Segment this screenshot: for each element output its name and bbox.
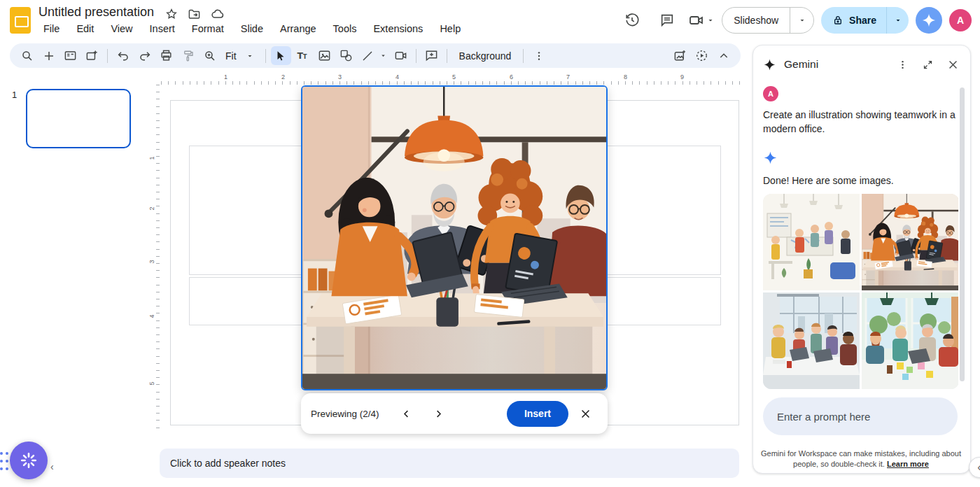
previous-image-button[interactable] xyxy=(395,402,419,425)
starburst-icon xyxy=(20,451,38,470)
svg-text:T: T xyxy=(303,53,307,60)
generated-image-3[interactable] xyxy=(763,292,860,389)
gemini-disclaimer: Gemini for Workspace can make mistakes, … xyxy=(759,449,963,470)
menu-insert[interactable]: Insert xyxy=(145,22,180,36)
gemini-response-spark-icon xyxy=(763,150,778,168)
insert-video-icon[interactable] xyxy=(391,46,411,65)
slideshow-label[interactable]: Slideshow xyxy=(722,8,790,33)
user-avatar: A xyxy=(763,86,778,101)
share-label: Share xyxy=(849,15,876,26)
lock-icon xyxy=(832,15,844,26)
user-prompt-text: Create an illustration showing teamwork … xyxy=(763,108,958,136)
slide-number: 1 xyxy=(12,90,17,100)
speaker-notes[interactable]: Click to add speaker notes xyxy=(160,449,739,478)
zoom-icon[interactable] xyxy=(200,46,220,65)
background-button[interactable]: Background xyxy=(452,48,519,64)
menu-tools[interactable]: Tools xyxy=(328,22,362,36)
menu-extensions[interactable]: Extensions xyxy=(368,22,428,36)
generated-images-grid xyxy=(763,194,959,389)
undo-icon[interactable] xyxy=(113,46,133,65)
app-window: Untitled presentation File Edit View Ins… xyxy=(0,0,980,487)
slides-app-icon[interactable] xyxy=(10,7,31,34)
panel-scrollbar[interactable] xyxy=(960,87,965,381)
zoom-level-select[interactable]: Fit xyxy=(221,50,239,62)
generate-image-icon[interactable] xyxy=(670,46,690,65)
insert-line-icon[interactable] xyxy=(358,46,378,65)
menu-edit[interactable]: Edit xyxy=(71,22,99,36)
panel-menu-icon[interactable] xyxy=(892,54,913,75)
expand-panel-icon[interactable] xyxy=(917,54,938,75)
redo-icon[interactable] xyxy=(134,46,155,65)
next-image-button[interactable] xyxy=(427,402,451,425)
gemini-response-text: Done! Here are some images. xyxy=(763,175,894,186)
menu-help[interactable]: Help xyxy=(435,22,465,36)
select-tool-icon[interactable] xyxy=(271,46,291,65)
close-panel-icon[interactable] xyxy=(942,54,963,75)
zoom-caret-icon[interactable] xyxy=(239,46,260,65)
menu-arrange[interactable]: Arrange xyxy=(275,22,321,36)
gemini-floating-button[interactable] xyxy=(10,442,48,479)
collapse-fab-chevron[interactable]: ‹ xyxy=(50,461,54,472)
preview-image[interactable] xyxy=(301,85,608,390)
layouts-icon[interactable] xyxy=(60,46,80,65)
import-slide-icon[interactable] xyxy=(82,46,102,65)
title-bar: Untitled presentation File Edit View Ins… xyxy=(0,0,980,41)
insert-image-icon[interactable] xyxy=(314,46,335,65)
prompt-input[interactable] xyxy=(763,397,958,435)
comments-icon[interactable] xyxy=(653,6,681,34)
add-comment-icon[interactable] xyxy=(421,46,442,65)
chevron-down-icon xyxy=(706,16,715,24)
print-icon[interactable] xyxy=(156,46,176,65)
menu-view[interactable]: View xyxy=(106,22,137,36)
generated-illustration xyxy=(302,87,606,389)
share-menu-caret[interactable] xyxy=(886,7,909,34)
menu-format[interactable]: Format xyxy=(187,22,229,36)
toolbar-overflow-icon[interactable] xyxy=(528,46,549,65)
preview-status: Previewing (2/4) xyxy=(311,409,379,419)
gemini-logo-icon xyxy=(763,58,776,71)
search-menus-icon[interactable] xyxy=(17,46,37,65)
preview-toolbar: Previewing (2/4) Insert xyxy=(301,393,608,434)
slide-thumbnail-1[interactable] xyxy=(26,89,131,148)
version-history-icon[interactable] xyxy=(618,6,646,34)
hide-menus-icon[interactable] xyxy=(713,46,734,65)
generated-image-2-selected[interactable] xyxy=(862,194,958,290)
menu-slide[interactable]: Slide xyxy=(236,22,268,36)
menu-file[interactable]: File xyxy=(38,22,64,36)
main-toolbar: Fit TT Background xyxy=(10,43,741,68)
insert-shape-icon[interactable] xyxy=(336,46,356,65)
generated-image-1[interactable] xyxy=(763,194,860,290)
motion-icon[interactable] xyxy=(692,46,712,65)
video-camera-icon xyxy=(688,12,705,29)
star-icon[interactable] xyxy=(165,8,178,23)
panel-title: Gemini xyxy=(784,58,818,71)
document-title[interactable]: Untitled presentation xyxy=(38,5,154,20)
new-slide-icon[interactable] xyxy=(38,46,59,65)
gemini-spark-button[interactable] xyxy=(916,7,942,34)
close-preview-icon[interactable] xyxy=(573,401,598,426)
text-box-icon[interactable]: TT xyxy=(293,46,313,65)
menu-bar: File Edit View Insert Format Slide Arran… xyxy=(38,22,465,36)
speaker-notes-placeholder: Click to add speaker notes xyxy=(170,458,286,469)
slideshow-button[interactable]: Slideshow xyxy=(722,7,814,34)
slideshow-menu-caret[interactable] xyxy=(790,8,813,33)
account-avatar[interactable]: A xyxy=(949,9,972,31)
learn-more-link[interactable]: Learn more xyxy=(887,460,929,468)
drag-handle-dots[interactable] xyxy=(0,452,10,470)
spark-icon xyxy=(921,13,937,28)
share-button[interactable]: Share xyxy=(821,7,909,34)
meet-button[interactable] xyxy=(688,12,715,29)
insert-button[interactable]: Insert xyxy=(507,401,568,427)
vertical-ruler: 1 2 3 4 5 xyxy=(149,85,160,430)
line-caret-icon[interactable] xyxy=(378,46,389,65)
horizontal-ruler: 1 2 3 4 5 6 7 8 9 xyxy=(161,75,740,85)
gemini-side-panel: Gemini A Create an illustration showing … xyxy=(752,45,971,474)
paint-format-icon[interactable] xyxy=(178,46,198,65)
generated-image-4[interactable] xyxy=(862,292,958,389)
